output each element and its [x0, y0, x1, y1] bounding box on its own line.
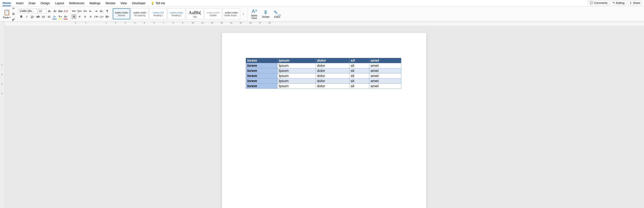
dictate-button[interactable]: 🎙Dictate	[260, 9, 271, 18]
table-cell[interactable]: Ipsum	[278, 73, 316, 79]
table-cell[interactable]: dolor	[316, 84, 349, 89]
borders-button[interactable]: ⊞▾	[105, 14, 110, 19]
cut-button[interactable]: ✂	[11, 6, 16, 11]
ruler-horizontal: 2 1 1 2 3 4 5 6 7 8 9 10 11 12 13 14 15 …	[0, 21, 644, 25]
editing-button[interactable]: ✎Editing	[611, 0, 626, 5]
style-nospacing[interactable]: AaBbCcDdEeNo Spacing	[131, 8, 148, 19]
clipboard-icon: 📋	[4, 9, 10, 16]
table-header[interactable]: amet	[369, 58, 401, 63]
table-cell[interactable]: dolor	[316, 63, 349, 68]
justify-button[interactable]: ≡	[88, 14, 93, 19]
change-case-button[interactable]: Aa▾	[58, 8, 63, 14]
page[interactable]: lorem ipsum dolor sit amet lorem Ipsum d…	[222, 33, 426, 208]
align-center-button[interactable]: ≡	[77, 14, 82, 19]
table-row: lorem Ipsum dolor sit amet	[246, 68, 401, 73]
style-heading1[interactable]: AaBbCcDdHeading 1	[150, 8, 167, 19]
table-cell[interactable]: lorem	[246, 68, 278, 73]
table-header[interactable]: ipsum	[278, 58, 316, 63]
line-spacing-button[interactable]: ↕≡▾	[94, 14, 99, 19]
outdent-button[interactable]: ⇤	[88, 8, 93, 14]
paste-button[interactable]: Paste	[3, 16, 9, 19]
table-cell[interactable]: lorem	[246, 84, 278, 89]
copy-button[interactable]: ⧉	[11, 11, 16, 16]
align-left-button[interactable]: ≡	[72, 14, 76, 19]
table-row: lorem Ipsum dolor sit amet	[246, 84, 401, 89]
comment-icon: 💬	[590, 1, 593, 4]
table-cell[interactable]: Ipsum	[278, 84, 316, 89]
strike-button[interactable]: ab	[36, 14, 40, 19]
table-cell[interactable]: amet	[369, 63, 401, 68]
pilcrow-button[interactable]: ¶	[105, 8, 110, 14]
document-table[interactable]: lorem ipsum dolor sit amet lorem Ipsum d…	[246, 58, 401, 89]
sort-button[interactable]: A↓	[99, 8, 104, 14]
table-cell[interactable]: sit	[349, 73, 369, 79]
tab-view[interactable]: View	[120, 1, 127, 6]
tab-layout[interactable]: Layout	[55, 1, 64, 6]
table-header[interactable]: lorem	[246, 58, 278, 63]
ruler-tick: 1	[106, 22, 106, 24]
shading-button[interactable]: ◇▾	[99, 14, 104, 19]
chevron-down-icon[interactable]: ▾	[10, 16, 10, 18]
indent-button[interactable]: ⇥	[94, 8, 99, 14]
table-cell[interactable]: Ipsum	[278, 68, 316, 73]
multilevel-button[interactable]: ⁝≡▾	[82, 8, 88, 14]
table-cell[interactable]: amet	[369, 68, 401, 73]
table-cell[interactable]: Ipsum	[278, 63, 316, 68]
tell-me[interactable]: 💡 Tell me	[151, 1, 165, 5]
font-name-input[interactable]	[19, 9, 38, 13]
table-cell[interactable]: sit	[349, 63, 369, 68]
style-heading2[interactable]: AaBbCcDdEeHeading 2	[168, 8, 185, 19]
text-effects-button[interactable]: A▾	[52, 14, 57, 19]
subscript-button[interactable]: x2	[41, 14, 46, 19]
table-cell[interactable]: sit	[349, 68, 369, 73]
font-size-input[interactable]	[38, 9, 46, 13]
table-cell[interactable]: lorem	[246, 73, 278, 79]
tab-insert[interactable]: Insert	[16, 1, 24, 6]
style-subtle-emphasis[interactable]: AaBbCcDdEeSubtle Emph…	[223, 8, 240, 19]
underline-button[interactable]: U▾	[30, 14, 35, 19]
share-button[interactable]: ⇪Share	[628, 0, 642, 5]
comments-button[interactable]: 💬Comments	[588, 0, 610, 5]
table-cell[interactable]: dolor	[316, 73, 349, 79]
table-cell[interactable]: lorem	[246, 79, 278, 84]
tab-review[interactable]: Review	[106, 1, 115, 6]
table-cell[interactable]: lorem	[246, 63, 278, 68]
table-header-row: lorem ipsum dolor sit amet	[246, 58, 401, 63]
table-cell[interactable]: dolor	[316, 79, 349, 84]
style-subtitle[interactable]: AaBbCcDdEeSubtitle	[204, 8, 222, 19]
table-header[interactable]: sit	[349, 58, 369, 63]
ruler-tick: 7	[163, 22, 164, 24]
align-right-button[interactable]: ≡	[82, 14, 88, 19]
table-cell[interactable]: sit	[349, 84, 369, 89]
table-header[interactable]: dolor	[316, 58, 349, 63]
tab-developer[interactable]: Developer	[132, 1, 146, 6]
font-color-button[interactable]: A▾	[63, 14, 68, 19]
tab-design[interactable]: Design	[41, 1, 50, 6]
table-cell[interactable]: Ipsum	[278, 79, 316, 84]
clear-format-button[interactable]: A⊘	[64, 8, 68, 14]
style-normal[interactable]: AaBbCcDdEeNormal	[113, 8, 130, 19]
grow-font-button[interactable]: A▴	[47, 8, 52, 14]
editor-button[interactable]: ✎⎯Editor	[272, 9, 283, 18]
table-cell[interactable]: sit	[349, 79, 369, 84]
tab-draw[interactable]: Draw	[28, 1, 36, 6]
document-canvas[interactable]: lorem ipsum dolor sit amet lorem Ipsum d…	[4, 25, 644, 208]
bullets-button[interactable]: •≡▾	[72, 8, 76, 14]
styles-more-button[interactable]: ›	[241, 11, 246, 16]
table-cell[interactable]: amet	[369, 73, 401, 79]
italic-button[interactable]: I	[24, 14, 30, 19]
superscript-button[interactable]: x2	[46, 14, 52, 19]
tell-me-label: Tell me	[156, 1, 165, 5]
table-cell[interactable]: amet	[369, 84, 401, 89]
tab-references[interactable]: References	[69, 1, 84, 6]
numbering-button[interactable]: 1≡▾	[77, 8, 82, 14]
style-title[interactable]: AaBb(Title	[186, 8, 204, 19]
tab-mailings[interactable]: Mailings	[90, 1, 100, 6]
table-cell[interactable]: amet	[369, 79, 401, 84]
styles-pane-button[interactable]: AᵃStyles Pane	[249, 8, 260, 19]
highlight-button[interactable]: ✎▾	[58, 14, 63, 19]
tab-home[interactable]: Home	[2, 0, 11, 6]
bold-button[interactable]: B	[19, 14, 24, 19]
shrink-font-button[interactable]: A▾	[52, 8, 58, 14]
table-cell[interactable]: dolor	[316, 68, 349, 73]
